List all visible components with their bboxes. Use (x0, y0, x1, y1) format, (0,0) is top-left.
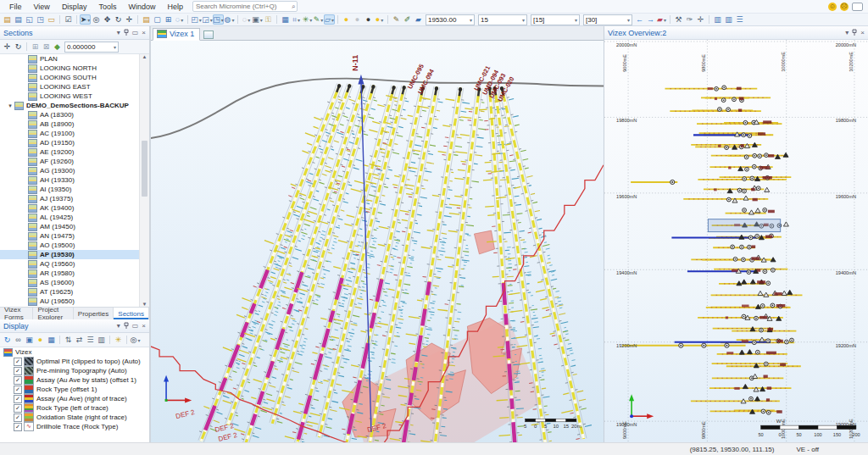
section-item-aq[interactable]: AQ (19560) (0, 259, 139, 269)
comment-bubble-icon[interactable] (852, 3, 863, 11)
menu-item-tools[interactable]: Tools (92, 2, 122, 12)
display-limits-icon[interactable]: ▣▾ (252, 14, 263, 25)
pin-icon[interactable] (852, 29, 857, 36)
nodes-icon[interactable]: ✳▾ (302, 14, 313, 25)
section-item-looking[interactable]: LOOKING SOUTH (0, 73, 139, 82)
vizex-forms-icon[interactable]: ☑ (63, 14, 74, 25)
pin-icon[interactable] (124, 29, 129, 36)
tab-sections[interactable]: Sections (114, 308, 149, 319)
section-item-ar[interactable]: AR (19580) (0, 269, 139, 278)
maximize-icon[interactable]: ▭ (132, 29, 139, 36)
form-properties-icon[interactable]: ▣ (24, 335, 35, 345)
layer-checkbox[interactable]: ✓ (14, 413, 22, 422)
section-view-canvas[interactable]: N-11UMC-095UMC-094UMC-021UMD-094UMC-093U… (151, 41, 604, 442)
section-item-ak[interactable]: AK (19400) (0, 203, 139, 213)
globe-view-icon[interactable]: ◍▾ (224, 14, 235, 25)
move-up-icon[interactable]: ⇅ (63, 335, 74, 345)
zoom-tool-icon[interactable]: ◎ (91, 14, 102, 25)
section-item-ac[interactable]: AC (19100) (0, 129, 139, 138)
layer-checkbox[interactable]: ✓ (14, 376, 22, 385)
tab-new-view[interactable] (200, 30, 217, 40)
panel-menu-icon[interactable]: ▾ (117, 322, 120, 330)
layer-checkbox[interactable]: ✓ (14, 386, 22, 394)
tree-expander-icon[interactable]: ▾ (7, 103, 14, 109)
close-icon[interactable]: × (860, 29, 865, 36)
open-form-icon[interactable]: ▤ (2, 14, 13, 25)
section-item-ag[interactable]: AG (19300) (0, 166, 139, 175)
light-off-icon[interactable]: ● (363, 14, 374, 25)
view-3d-icon[interactable]: ◲▾ (202, 14, 213, 25)
section-item-ah[interactable]: AH (19330) (0, 175, 139, 185)
section-item-looking[interactable]: LOOKING EAST (0, 82, 139, 92)
menu-item-file[interactable]: File (3, 2, 28, 12)
close-icon[interactable]: × (142, 29, 146, 36)
view-plan-icon[interactable]: ◳▾ (213, 14, 224, 25)
chevron-down-icon[interactable]: ▾ (627, 17, 630, 23)
layer-row[interactable]: ✓Oxidation State (right of trace) (0, 413, 149, 422)
view-options-icon[interactable]: ◌▾ (174, 14, 185, 25)
section-item-ad[interactable]: AD (19150) (0, 138, 139, 147)
section-box-icon[interactable]: ▰ (413, 14, 424, 25)
key-icon[interactable]: ⚿ (263, 14, 274, 25)
rotate-view-icon[interactable]: ↻ (13, 42, 24, 52)
section-item-am[interactable]: AM (19450) (0, 222, 139, 231)
profile-icon[interactable]: ✑ (684, 14, 695, 25)
search-box[interactable]: ⌕ (192, 1, 298, 12)
digitise-icon[interactable]: ✎▾ (313, 14, 324, 25)
chevron-down-icon[interactable]: ▾ (470, 17, 472, 23)
light-dim-icon[interactable]: ● (352, 14, 363, 25)
next-section-icon[interactable]: → (645, 14, 656, 25)
layer-row[interactable]: ✓Pre-mining Topography (Auto) (0, 366, 149, 375)
section-item-ai[interactable]: AI (19350) (0, 185, 139, 194)
width-back-combo[interactable]: [15]▾ (531, 14, 580, 25)
happy-face-icon[interactable]: ☺ (828, 3, 837, 11)
step-value-combo[interactable]: 15▾ (478, 14, 527, 25)
section-item-al[interactable]: AL (19425) (0, 213, 139, 222)
layer-row[interactable]: ✓Assay (Au Ave by stats) (offset 1) (0, 375, 149, 385)
layer-checkbox[interactable]: ✓ (14, 404, 22, 413)
dig-edit2-icon[interactable]: ✐ (402, 14, 413, 25)
flash-icon[interactable]: ✳ (113, 335, 124, 345)
tab-properties[interactable]: Properties (74, 308, 114, 319)
delete-section-icon[interactable]: ⊠ (41, 42, 52, 52)
sections-scrollbar[interactable]: ▲ ▼ (139, 54, 149, 307)
refresh-icon[interactable]: ↻ (2, 335, 13, 345)
menu-item-window[interactable]: Window (122, 2, 161, 12)
open-folder-icon[interactable]: ▤ (141, 14, 152, 25)
chevron-down-icon[interactable]: ▾ (522, 17, 525, 23)
layer-row[interactable]: ✓Assay (Au Ave) (right of trace) (0, 394, 149, 403)
tab-project-explorer[interactable]: Project Explorer (33, 308, 73, 319)
section-item-ab[interactable]: AB (18900) (0, 119, 139, 129)
menu-item-display[interactable]: Display (56, 2, 93, 12)
annotate-icon[interactable]: ✛ (695, 14, 706, 25)
rotate-tool-icon[interactable]: ↻ (113, 14, 124, 25)
grid-icon[interactable]: ▦ (280, 14, 291, 25)
prev-section-icon[interactable]: ← (634, 14, 645, 25)
overview-canvas[interactable]: 20000mN20000mN19800mN19800mN19600mN19600… (604, 40, 868, 442)
dig-edit-icon[interactable]: ✎ (391, 14, 402, 25)
import-icon[interactable]: ▤ (13, 14, 24, 25)
section-item-as[interactable]: AS (19600) (0, 278, 139, 287)
offset-combo[interactable]: 0.000000▾ (64, 42, 119, 53)
section-item-an[interactable]: AN (19475) (0, 231, 139, 241)
section-item-af[interactable]: AF (19260) (0, 157, 139, 166)
section-item-demo_demosections-backup[interactable]: ▾DEMO_DemoSections-BACKUP (0, 101, 139, 110)
compare-icon[interactable]: ▥ (96, 335, 107, 345)
layer-checkbox[interactable]: ✓ (14, 395, 22, 403)
saved-view3-icon[interactable]: ☰ (734, 14, 745, 25)
section-item-plan[interactable]: PLAN (0, 54, 139, 64)
copy-view-icon[interactable]: ▢ (152, 14, 163, 25)
scrollbar-thumb[interactable] (142, 141, 147, 197)
close-icon[interactable]: × (142, 322, 146, 330)
chevron-down-icon[interactable]: ▾ (575, 17, 577, 23)
move-down-icon[interactable]: ⇄ (74, 335, 85, 345)
add-section-icon[interactable]: ⊞ (30, 42, 41, 52)
layers-icon[interactable]: ▦ (46, 335, 57, 345)
find-layer-icon[interactable]: ◎▾ (130, 335, 141, 345)
light-options-icon[interactable]: ●▾ (374, 14, 385, 25)
tab-vizex-1[interactable]: Vizex 1 (153, 28, 200, 41)
section-item-au[interactable]: AU (19650) (0, 297, 139, 306)
width-forward-combo[interactable]: [30]▾ (583, 14, 632, 25)
light-on-icon[interactable]: ● (341, 14, 352, 25)
saved-view1-icon[interactable]: ▥ (712, 14, 723, 25)
